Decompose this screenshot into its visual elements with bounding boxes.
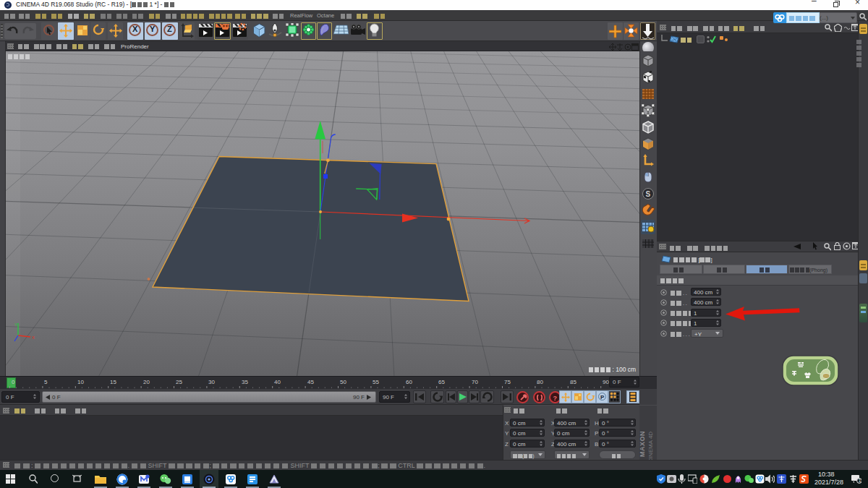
svg-text:Y: Y: [14, 322, 17, 327]
svg-text:1: 1: [859, 478, 861, 483]
svg-text:?: ?: [553, 395, 558, 402]
svg-text:S: S: [646, 190, 651, 198]
svg-text:X: X: [32, 335, 35, 340]
